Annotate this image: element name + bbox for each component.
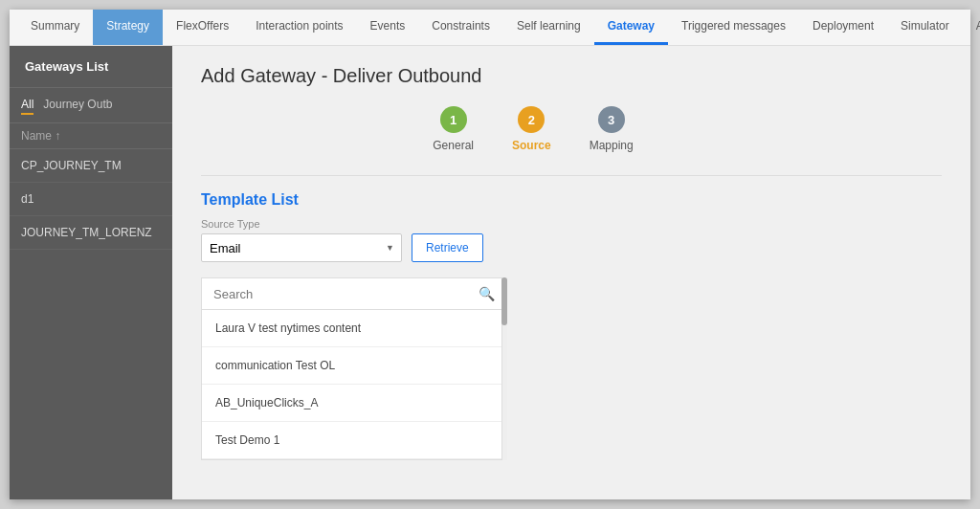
sidebar-filter-row: All Journey Outb xyxy=(10,88,172,123)
sidebar-items: CP_JOURNEY_TM d1 JOURNEY_TM_LORENZ xyxy=(10,149,172,499)
retrieve-button[interactable]: Retrieve xyxy=(412,233,483,262)
page-title: Add Gateway - Deliver Outbound xyxy=(201,65,942,87)
sidebar-title: Gateways List xyxy=(10,46,172,88)
tab-deployment[interactable]: Deployment xyxy=(799,10,887,45)
steps-row: 1 General 2 Source 3 Mapping xyxy=(201,106,942,152)
tab-simulator[interactable]: Simulator xyxy=(887,10,963,45)
main-content: Gateways List All Journey Outb Name ↑ CP… xyxy=(10,46,970,499)
search-container: 🔍 xyxy=(201,277,507,310)
step-2-circle: 2 xyxy=(518,106,545,133)
source-type-row: Email SMS Push Retrieve xyxy=(201,233,942,262)
sidebar-filter-journey[interactable]: Journey Outb xyxy=(43,96,112,115)
tab-gateway[interactable]: Gateway xyxy=(594,10,668,45)
step-1-circle: 1 xyxy=(440,106,467,133)
scroll-indicator xyxy=(501,277,507,460)
tab-analysis[interactable]: Analysis xyxy=(963,10,980,45)
source-type-select[interactable]: Email SMS Push xyxy=(201,233,402,262)
sidebar-item-cp-journey[interactable]: CP_JOURNEY_TM xyxy=(10,149,172,183)
scroll-thumb xyxy=(501,277,507,325)
template-item-3[interactable]: Test Demo 1 xyxy=(202,422,506,459)
divider xyxy=(201,175,942,176)
sidebar-filter-all[interactable]: All xyxy=(21,96,33,115)
template-item-0[interactable]: Laura V test nytimes content xyxy=(202,310,506,347)
source-type-label: Source Type xyxy=(201,218,942,230)
tab-triggered-messages[interactable]: Triggered messages xyxy=(668,10,799,45)
search-icon: 🔍 xyxy=(479,286,495,301)
tab-flexoffers[interactable]: FlexOffers xyxy=(163,10,242,45)
step-source: 2 Source xyxy=(512,106,551,152)
sidebar-col-header: Name ↑ xyxy=(10,123,172,149)
step-1-label: General xyxy=(433,139,474,152)
step-2-label: Source xyxy=(512,139,551,152)
top-nav: Summary Strategy FlexOffers Interaction … xyxy=(10,10,970,46)
section-title: Template List xyxy=(201,191,942,209)
search-input-wrapper: 🔍 xyxy=(202,278,506,310)
tab-events[interactable]: Events xyxy=(357,10,419,45)
step-3-circle: 3 xyxy=(598,106,625,133)
search-input[interactable] xyxy=(213,287,479,301)
sidebar: Gateways List All Journey Outb Name ↑ CP… xyxy=(10,46,172,499)
source-type-select-wrapper: Email SMS Push xyxy=(201,233,402,262)
step-mapping: 3 Mapping xyxy=(590,106,634,152)
right-content: Add Gateway - Deliver Outbound 1 General… xyxy=(172,46,970,499)
tab-interaction-points[interactable]: Interaction points xyxy=(242,10,356,45)
tab-summary[interactable]: Summary xyxy=(17,10,93,45)
template-list: Laura V test nytimes content communicati… xyxy=(201,310,507,460)
step-3-label: Mapping xyxy=(590,139,634,152)
template-item-1[interactable]: communication Test OL xyxy=(202,347,506,385)
template-item-2[interactable]: AB_UniqueClicks_A xyxy=(202,385,506,422)
step-general: 1 General xyxy=(433,106,474,152)
template-list-wrapper: 🔍 Laura V test nytimes content communica… xyxy=(201,277,507,460)
sidebar-name-header: Name ↑ xyxy=(21,129,60,143)
tab-strategy[interactable]: Strategy xyxy=(93,10,163,45)
sidebar-item-d1[interactable]: d1 xyxy=(10,183,172,216)
sidebar-item-journey-lorenz[interactable]: JOURNEY_TM_LORENZ xyxy=(10,216,172,250)
tab-self-learning[interactable]: Self learning xyxy=(503,10,594,45)
tab-constraints[interactable]: Constraints xyxy=(418,10,503,45)
